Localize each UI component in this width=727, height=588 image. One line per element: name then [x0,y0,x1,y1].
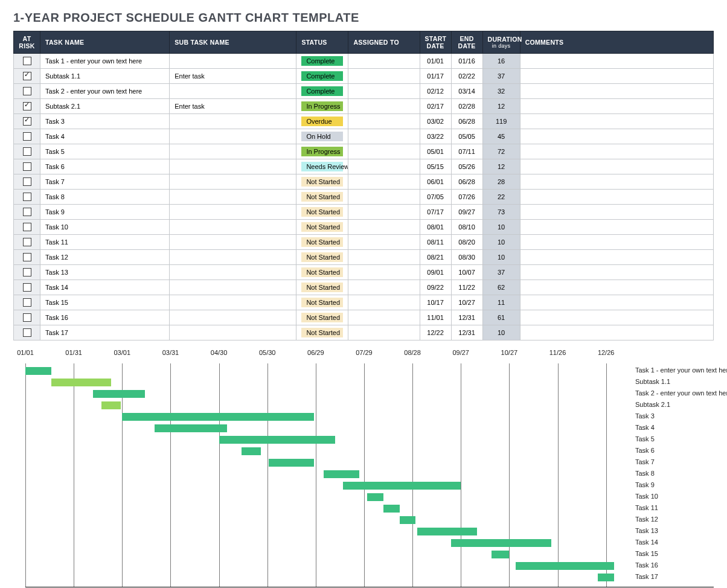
risk-cell[interactable] [14,280,40,295]
subtask-name-cell[interactable] [170,129,296,144]
status-cell[interactable]: Complete [296,69,348,84]
status-cell[interactable]: Not Started [296,174,348,190]
end-date-cell[interactable]: 06/28 [451,114,482,129]
assigned-cell[interactable] [348,54,420,69]
start-date-cell[interactable]: 07/17 [420,205,451,220]
start-date-cell[interactable]: 09/01 [420,265,451,280]
assigned-cell[interactable] [348,159,420,174]
comments-cell[interactable] [520,69,713,84]
assigned-cell[interactable] [348,295,420,310]
risk-checkbox[interactable] [23,102,31,110]
assigned-cell[interactable] [348,190,420,205]
end-date-cell[interactable]: 10/27 [451,295,482,310]
comments-cell[interactable] [520,265,713,280]
status-cell[interactable]: Not Started [296,280,348,295]
risk-checkbox[interactable] [23,223,31,231]
task-name-cell[interactable]: Task 6 [40,159,170,174]
status-cell[interactable]: Not Started [296,310,348,325]
status-cell[interactable]: Not Started [296,250,348,265]
subtask-name-cell[interactable] [170,174,296,190]
comments-cell[interactable] [520,190,713,205]
status-cell[interactable]: In Progress [296,99,348,114]
task-name-cell[interactable]: Task 8 [40,190,170,205]
risk-cell[interactable] [14,325,40,340]
risk-cell[interactable] [14,220,40,235]
risk-checkbox[interactable] [23,328,31,337]
status-cell[interactable]: Not Started [296,295,348,310]
comments-cell[interactable] [520,174,713,190]
subtask-name-cell[interactable] [170,280,296,295]
comments-cell[interactable] [520,159,713,174]
comments-cell[interactable] [520,235,713,250]
risk-checkbox[interactable] [23,253,31,261]
end-date-cell[interactable]: 03/14 [451,84,482,99]
assigned-cell[interactable] [348,265,420,280]
risk-cell[interactable] [14,69,40,84]
risk-checkbox[interactable] [23,298,31,307]
risk-cell[interactable] [14,54,40,69]
comments-cell[interactable] [520,54,713,69]
subtask-name-cell[interactable] [170,84,296,99]
start-date-cell[interactable]: 08/21 [420,250,451,265]
assigned-cell[interactable] [348,99,420,114]
end-date-cell[interactable]: 09/27 [451,205,482,220]
subtask-name-cell[interactable] [170,265,296,280]
start-date-cell[interactable]: 05/01 [420,144,451,159]
assigned-cell[interactable] [348,280,420,295]
subtask-name-cell[interactable]: Enter task [170,69,296,84]
end-date-cell[interactable]: 08/20 [451,235,482,250]
comments-cell[interactable] [520,220,713,235]
end-date-cell[interactable]: 08/10 [451,220,482,235]
status-cell[interactable]: Not Started [296,205,348,220]
subtask-name-cell[interactable] [170,250,296,265]
risk-cell[interactable] [14,84,40,99]
assigned-cell[interactable] [348,129,420,144]
task-name-cell[interactable]: Task 5 [40,144,170,159]
status-cell[interactable]: In Progress [296,144,348,159]
assigned-cell[interactable] [348,325,420,340]
subtask-name-cell[interactable] [170,325,296,340]
task-name-cell[interactable]: Task 12 [40,250,170,265]
end-date-cell[interactable]: 07/11 [451,144,482,159]
assigned-cell[interactable] [348,205,420,220]
risk-cell[interactable] [14,235,40,250]
comments-cell[interactable] [520,129,713,144]
status-cell[interactable]: Not Started [296,220,348,235]
subtask-name-cell[interactable] [170,144,296,159]
start-date-cell[interactable]: 06/01 [420,174,451,190]
start-date-cell[interactable]: 05/15 [420,159,451,174]
start-date-cell[interactable]: 02/17 [420,99,451,114]
end-date-cell[interactable]: 07/26 [451,190,482,205]
subtask-name-cell[interactable] [170,310,296,325]
subtask-name-cell[interactable] [170,235,296,250]
assigned-cell[interactable] [348,84,420,99]
start-date-cell[interactable]: 08/11 [420,235,451,250]
assigned-cell[interactable] [348,144,420,159]
comments-cell[interactable] [520,99,713,114]
risk-cell[interactable] [14,159,40,174]
assigned-cell[interactable] [348,69,420,84]
task-name-cell[interactable]: Task 17 [40,325,170,340]
risk-cell[interactable] [14,114,40,129]
subtask-name-cell[interactable] [170,295,296,310]
end-date-cell[interactable]: 02/22 [451,69,482,84]
risk-cell[interactable] [14,250,40,265]
end-date-cell[interactable]: 12/31 [451,310,482,325]
comments-cell[interactable] [520,84,713,99]
risk-checkbox[interactable] [23,57,31,65]
end-date-cell[interactable]: 02/28 [451,99,482,114]
risk-checkbox[interactable] [23,238,31,246]
risk-checkbox[interactable] [23,147,31,156]
task-name-cell[interactable]: Task 7 [40,174,170,190]
risk-cell[interactable] [14,174,40,190]
status-cell[interactable]: Overdue [296,114,348,129]
status-cell[interactable]: Not Started [296,325,348,340]
assigned-cell[interactable] [348,310,420,325]
task-name-cell[interactable]: Task 9 [40,205,170,220]
subtask-name-cell[interactable] [170,114,296,129]
risk-cell[interactable] [14,99,40,114]
start-date-cell[interactable]: 10/17 [420,295,451,310]
risk-checkbox[interactable] [23,117,31,126]
start-date-cell[interactable]: 09/22 [420,280,451,295]
risk-checkbox[interactable] [23,72,31,80]
